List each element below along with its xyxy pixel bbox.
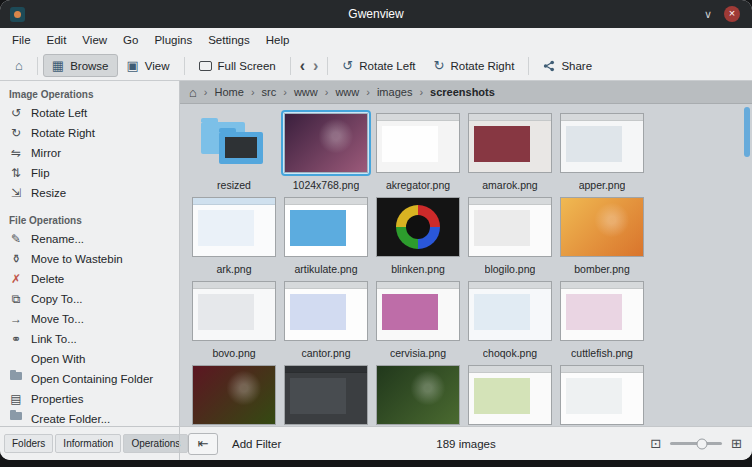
menu-item[interactable]: File: [4, 34, 39, 46]
titlebar[interactable]: Gwenview ∨ ×: [0, 0, 752, 28]
image-operations-list: Rotate Left Rotate Right Mirror: [0, 103, 179, 203]
sidebar-item[interactable]: Rotate Right: [0, 123, 179, 143]
rotate-right-button[interactable]: ↻ Rotate Right: [425, 54, 524, 77]
thumbnail-view[interactable]: resized1024x768.pngakregator.pngamarok.p…: [180, 104, 752, 426]
thumbnail-apper.png[interactable]: apper.png: [556, 110, 648, 194]
tab-information[interactable]: Information: [55, 434, 121, 453]
sidebar-item[interactable]: Rotate Left: [0, 103, 179, 123]
browse-label: Browse: [70, 60, 108, 72]
sidebar-item[interactable]: Move To...: [0, 309, 179, 329]
thumbnail-image: [561, 198, 643, 256]
menu-item[interactable]: Edit: [39, 34, 75, 46]
thumbnail-image: [193, 114, 275, 172]
menu-item[interactable]: Settings: [200, 34, 258, 46]
thumbnail-image: [285, 198, 367, 256]
tab-folders[interactable]: Folders: [4, 434, 53, 453]
thumbnail-grid: resized1024x768.pngakregator.pngamarok.p…: [180, 104, 752, 426]
zoom-controls: ⊡ ⊞: [650, 437, 752, 450]
sidebar-item[interactable]: Open With: [0, 349, 179, 369]
sidebar-item[interactable]: Copy To...: [0, 289, 179, 309]
sidebar-item[interactable]: Flip: [0, 163, 179, 183]
breadcrumb-item[interactable]: Home: [197, 86, 244, 98]
thumbnail-label: artikulate.png: [294, 263, 357, 275]
fullscreen-button[interactable]: Full Screen: [190, 55, 285, 77]
rotate-left-button[interactable]: ↺ Rotate Left: [333, 54, 424, 77]
toolbar-separator: [327, 57, 328, 75]
view-button[interactable]: ▣ View: [118, 54, 179, 77]
thumbnail-cuttlefish.png[interactable]: cuttlefish.png: [556, 278, 648, 362]
thumbnail-amarok.png[interactable]: amarok.png: [464, 110, 556, 194]
rotate-left-icon: [9, 106, 23, 120]
thumbnail-label: 1024x768.png: [293, 179, 360, 191]
menu-item[interactable]: Help: [258, 34, 298, 46]
thumbnail-bomber.png[interactable]: bomber.png: [556, 194, 648, 278]
zoom-slider-handle[interactable]: [697, 438, 708, 449]
thumbnail-label: ark.png: [216, 263, 251, 275]
zoom-fit-icon[interactable]: ⊡: [650, 437, 661, 450]
breadcrumb-item[interactable]: src: [244, 86, 276, 98]
thumbnail-1024x768.png[interactable]: 1024x768.png: [280, 110, 372, 194]
thumbnail-image: [285, 114, 367, 172]
sidebar-item[interactable]: Create Folder...: [0, 409, 179, 426]
toolbar-separator: [184, 57, 185, 75]
browse-grid-icon: ▦: [52, 59, 64, 72]
thumbnail-partial[interactable]: [464, 362, 556, 426]
add-filter-button[interactable]: Add Filter: [228, 435, 285, 453]
thumbnail-resized[interactable]: resized: [188, 110, 280, 194]
status-bar: Folders Information Operations ⇤ Add Fil…: [0, 426, 752, 460]
file-operations-list: Rename... Move to Wastebin Delete: [0, 229, 179, 426]
sidebar-item[interactable]: Resize: [0, 183, 179, 203]
menu-item[interactable]: Go: [115, 34, 146, 46]
breadcrumb-item[interactable]: images: [359, 86, 412, 98]
home-button[interactable]: ⌂: [6, 54, 32, 77]
sidebar-item[interactable]: Move to Wastebin: [0, 249, 179, 269]
filter-toggle-button[interactable]: ⇤: [188, 433, 218, 455]
sidebar-item[interactable]: Properties: [0, 389, 179, 409]
back-button[interactable]: ‹: [296, 58, 309, 74]
gwenview-window: Gwenview ∨ × FileEditViewGoPluginsSettin…: [0, 0, 752, 460]
thumbnail-blinken.png[interactable]: blinken.png: [372, 194, 464, 278]
zoom-actual-size-icon[interactable]: ⊞: [731, 437, 742, 450]
thumbnail-image: [561, 366, 643, 424]
thumbnail-partial[interactable]: [188, 362, 280, 426]
thumbnail-image: [469, 198, 551, 256]
browse-button[interactable]: ▦ Browse: [43, 54, 118, 77]
thumbnail-label: bomber.png: [574, 263, 629, 275]
thumbnail-label: amarok.png: [482, 179, 537, 191]
rotate-right-label: Rotate Right: [450, 60, 514, 72]
thumbnail-ark.png[interactable]: ark.png: [188, 194, 280, 278]
copy-icon: [9, 292, 23, 306]
sidebar-item[interactable]: Open Containing Folder: [0, 369, 179, 389]
menu-item[interactable]: View: [74, 34, 115, 46]
thumbnail-choqok.png[interactable]: choqok.png: [464, 278, 556, 362]
toolbar-separator: [290, 57, 291, 75]
sidebar-item[interactable]: Mirror: [0, 143, 179, 163]
sidebar-item[interactable]: Rename...: [0, 229, 179, 249]
thumbnail-label: resized: [217, 179, 251, 191]
thumbnail-akregator.png[interactable]: akregator.png: [372, 110, 464, 194]
breadcrumb-item[interactable]: www: [318, 86, 360, 98]
share-button[interactable]: Share: [534, 55, 601, 77]
thumbnail-bovo.png[interactable]: bovo.png: [188, 278, 280, 362]
thumbnail-partial[interactable]: [372, 362, 464, 426]
zoom-slider[interactable]: [670, 442, 722, 445]
menu-bar: FileEditViewGoPluginsSettingsHelp: [0, 28, 752, 51]
thumbnail-label: cuttlefish.png: [571, 347, 633, 359]
thumbnail-cantor.png[interactable]: cantor.png: [280, 278, 372, 362]
sidebar-item[interactable]: Delete: [0, 269, 179, 289]
forward-button[interactable]: ›: [309, 58, 322, 74]
thumbnail-cervisia.png[interactable]: cervisia.png: [372, 278, 464, 362]
close-button[interactable]: ×: [724, 6, 740, 22]
breadcrumb-item[interactable]: screenshots: [412, 86, 494, 98]
thumbnail-partial[interactable]: [556, 362, 648, 426]
sidebar-item[interactable]: Link To...: [0, 329, 179, 349]
breadcrumb-home-icon[interactable]: ⌂: [189, 85, 197, 100]
share-icon: [543, 60, 555, 72]
minimize-button[interactable]: ∨: [704, 9, 712, 20]
thumbnail-artikulate.png[interactable]: artikulate.png: [280, 194, 372, 278]
thumbnail-blogilo.png[interactable]: blogilo.png: [464, 194, 556, 278]
menu-item[interactable]: Plugins: [146, 34, 200, 46]
vertical-scrollbar[interactable]: [744, 107, 750, 157]
thumbnail-partial[interactable]: [280, 362, 372, 426]
breadcrumb-item[interactable]: www: [276, 86, 318, 98]
